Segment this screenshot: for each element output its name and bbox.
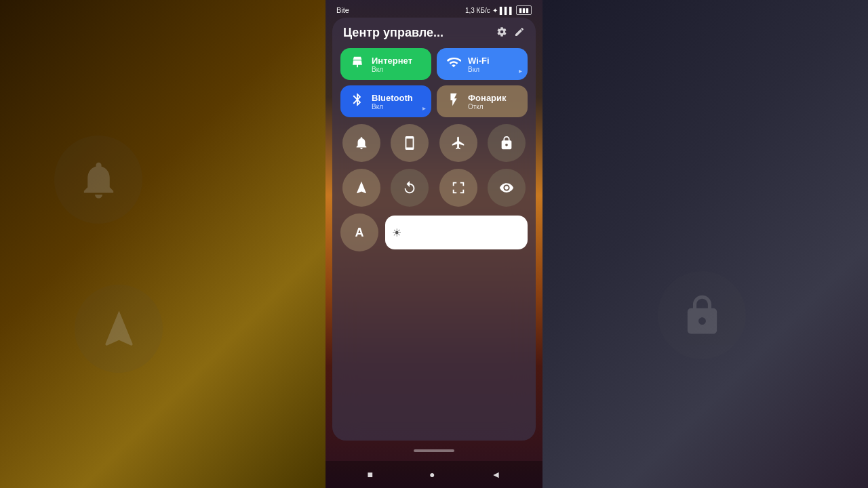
bg-arrow-icon [75, 285, 163, 373]
rotation-button[interactable] [391, 169, 429, 207]
signal-icon: ▌▌▌ [500, 7, 514, 14]
bluetooth-label: Bluetooth [372, 93, 413, 103]
cc-header-icons [496, 26, 525, 40]
home-bar [414, 449, 454, 452]
round-buttons-row1 [340, 124, 528, 162]
tiles-grid: Интернет Вкл Wi-Fi Вкл ▸ [340, 48, 528, 117]
battery-icon: ▮▮▮ [516, 5, 532, 15]
internet-tile[interactable]: Интернет Вкл [340, 48, 431, 80]
wifi-tile[interactable]: Wi-Fi Вкл ▸ [437, 48, 528, 80]
bottom-row: A ☀ [340, 214, 528, 251]
bluetooth-arrow-icon: ▸ [422, 104, 426, 112]
internet-label: Интернет [372, 56, 412, 66]
control-center-panel: Центр управле... [332, 18, 536, 441]
bluetooth-icon [350, 92, 365, 110]
home-indicator [326, 441, 542, 461]
cc-header: Центр управле... [340, 26, 528, 40]
wifi-text: Wi-Fi Вкл [468, 56, 490, 73]
brightness-icon: ☀ [392, 226, 401, 239]
lock-button[interactable] [488, 124, 526, 162]
phone-frame: Bite 1,3 КБ/с ✦ ▌▌▌ ▮▮▮ Центр управле... [326, 0, 542, 488]
status-right: 1,3 КБ/с ✦ ▌▌▌ ▮▮▮ [465, 5, 532, 15]
nav-bar: ■ ● ◄ [326, 461, 542, 488]
screenshot-button[interactable] [391, 124, 429, 162]
flashlight-text: Фонарик Откл [468, 93, 507, 110]
round-buttons-row2 [340, 169, 528, 207]
scan-button[interactable] [439, 169, 477, 207]
carrier-label: Bite [336, 6, 349, 14]
bluetooth-icon: ✦ [492, 7, 498, 14]
nav-square-button[interactable]: ■ [368, 469, 373, 480]
flashlight-label: Фонарик [468, 93, 507, 103]
wifi-sublabel: Вкл [468, 66, 490, 73]
flashlight-sublabel: Откл [468, 103, 507, 110]
internet-text: Интернет Вкл [372, 56, 412, 73]
bg-bell-icon [54, 136, 142, 224]
nav-home-button[interactable]: ● [429, 469, 435, 480]
wifi-arrow-icon: ▸ [519, 67, 522, 75]
wifi-label: Wi-Fi [468, 56, 490, 66]
internet-sublabel: Вкл [372, 66, 412, 73]
speed-label: 1,3 КБ/с [465, 7, 490, 14]
eye-button[interactable] [488, 169, 526, 207]
wifi-icon [446, 55, 461, 73]
status-bar: Bite 1,3 КБ/с ✦ ▌▌▌ ▮▮▮ [326, 0, 542, 18]
nav-back-button[interactable]: ◄ [492, 469, 501, 480]
bell-button[interactable] [342, 124, 380, 162]
right-background [542, 0, 868, 488]
font-button[interactable]: A [340, 214, 378, 251]
left-background [0, 0, 326, 488]
cc-title: Центр управле... [343, 26, 443, 40]
airplane-button[interactable] [439, 124, 477, 162]
font-label: A [355, 226, 364, 240]
brightness-slider-wrap[interactable]: ☀ [385, 216, 528, 249]
settings-icon[interactable] [496, 26, 507, 40]
bluetooth-sublabel: Вкл [372, 103, 413, 110]
bluetooth-tile[interactable]: Bluetooth Вкл ▸ [340, 85, 431, 117]
bluetooth-text: Bluetooth Вкл [372, 93, 413, 110]
internet-icon [350, 55, 365, 73]
location-button[interactable] [342, 169, 380, 207]
screen-wrapper: Bite 1,3 КБ/с ✦ ▌▌▌ ▮▮▮ Центр управле... [0, 0, 868, 488]
flashlight-icon [446, 92, 461, 110]
edit-icon[interactable] [514, 26, 525, 40]
flashlight-tile[interactable]: Фонарик Откл [437, 85, 528, 117]
